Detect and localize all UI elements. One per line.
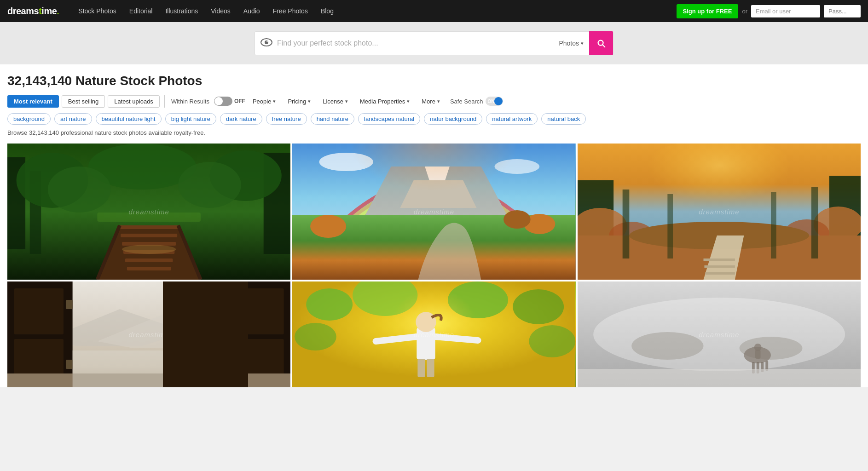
svg-point-20: [48, 167, 111, 213]
tags-row: background art nature beautiful nature l…: [7, 113, 861, 125]
svg-rect-45: [703, 258, 735, 261]
nav-stock-photos[interactable]: Stock Photos: [72, 0, 123, 22]
safe-on-text: ON: [487, 99, 494, 104]
svg-rect-80: [427, 359, 434, 377]
photo-gray-image: dreamstime: [578, 281, 861, 387]
more-chevron: ▾: [437, 98, 440, 104]
photo-door-image: dreamstime: [7, 281, 290, 387]
people-chevron: ▾: [273, 98, 276, 104]
svg-point-29: [310, 215, 346, 238]
photo-child-image: dreamstime: [292, 281, 575, 387]
svg-line-77: [435, 337, 478, 340]
tag-landscapes-natural[interactable]: landscapes natural: [358, 113, 420, 125]
photo-misty[interactable]: dreamstime: [578, 281, 861, 387]
photo-door-view[interactable]: dreamstime: [7, 281, 290, 387]
eye-icon: [260, 38, 272, 49]
svg-rect-48: [622, 190, 629, 258]
svg-rect-57: [14, 288, 64, 334]
nav-illustrations[interactable]: Illustrations: [159, 0, 204, 22]
tag-free-nature[interactable]: free nature: [266, 113, 307, 125]
safe-search-wrap: Safe Search ON: [450, 97, 503, 106]
svg-point-72: [295, 323, 336, 350]
toggle-track[interactable]: [214, 97, 232, 106]
svg-marker-26: [400, 180, 477, 208]
search-button[interactable]: [589, 31, 613, 55]
toggle-label: OFF: [234, 98, 245, 104]
svg-rect-47: [705, 272, 735, 275]
browse-text: Browse 32,143,140 professional nature st…: [7, 129, 861, 136]
svg-point-32: [319, 153, 373, 171]
svg-rect-46: [704, 265, 735, 268]
svg-rect-49: [667, 194, 673, 258]
svg-rect-79: [418, 359, 425, 377]
pricing-dropdown[interactable]: Pricing ▾: [283, 96, 315, 107]
svg-point-83: [631, 332, 703, 360]
photo-child-nature[interactable]: dreamstime: [292, 281, 575, 387]
svg-point-68: [307, 288, 353, 321]
svg-marker-27: [425, 167, 450, 180]
tag-natural-back[interactable]: natural back: [541, 113, 586, 125]
nav-free-photos[interactable]: Free Photos: [266, 0, 314, 22]
filters-row: Most relevant Best selling Latest upload…: [7, 95, 861, 108]
safe-knob: [494, 97, 503, 105]
nav-editorial[interactable]: Editorial: [123, 0, 159, 22]
tag-natural-artwork[interactable]: natural artwork: [486, 113, 538, 125]
latest-uploads-button[interactable]: Latest uploads: [108, 95, 160, 108]
photo-forest-image: dreamstime: [7, 144, 290, 280]
tag-hand-nature[interactable]: hand nature: [311, 113, 354, 125]
svg-point-78: [416, 312, 436, 332]
within-results-toggle[interactable]: OFF: [214, 97, 245, 106]
tag-art-nature[interactable]: art nature: [54, 113, 92, 125]
password-input[interactable]: [824, 5, 861, 17]
tag-big-light-nature[interactable]: big light nature: [165, 113, 216, 125]
main-content: 32,143,140 Nature Stock Photos Most rele…: [0, 64, 868, 387]
most-relevant-button[interactable]: Most relevant: [7, 95, 59, 108]
people-dropdown[interactable]: People ▾: [248, 96, 280, 107]
svg-rect-66: [73, 350, 226, 387]
nav-videos[interactable]: Videos: [204, 0, 237, 22]
svg-rect-62: [66, 360, 73, 369]
safe-search-label: Safe Search: [450, 98, 483, 105]
svg-rect-61: [66, 300, 73, 309]
signup-button[interactable]: Sign up for FREE: [677, 4, 739, 18]
photo-forest-bridge[interactable]: dreamstime: [7, 144, 290, 280]
more-dropdown[interactable]: More ▾: [417, 96, 445, 107]
search-type-label: Photos: [559, 40, 579, 47]
media-properties-dropdown[interactable]: Media Properties ▾: [355, 96, 414, 107]
within-results-label: Within Results: [171, 98, 209, 105]
svg-rect-64: [226, 360, 232, 369]
safe-search-toggle[interactable]: ON: [486, 97, 503, 106]
tag-beautiful-nature-light[interactable]: beautiful nature light: [96, 113, 162, 125]
nav-right: Sign up for FREE or: [677, 4, 861, 18]
photo-mountain-rainbow[interactable]: dreamstime: [292, 144, 575, 280]
svg-point-1: [265, 40, 268, 44]
nav-or-text: or: [742, 8, 747, 15]
navbar: dreamstime. Stock Photos Editorial Illus…: [0, 0, 868, 22]
page-title: 32,143,140 Nature Stock Photos: [7, 74, 861, 88]
svg-rect-92: [578, 369, 861, 387]
license-chevron: ▾: [345, 98, 348, 104]
search-type-dropdown[interactable]: Photos ▾: [553, 40, 589, 47]
email-input[interactable]: [751, 5, 820, 17]
svg-rect-22: [97, 213, 201, 222]
svg-point-71: [513, 289, 564, 324]
tag-background[interactable]: background: [7, 113, 51, 125]
svg-line-76: [376, 337, 417, 341]
svg-rect-12: [125, 258, 173, 262]
search-input[interactable]: [277, 39, 553, 47]
nav-blog[interactable]: Blog: [314, 0, 340, 22]
nav-audio[interactable]: Audio: [237, 0, 266, 22]
tag-natur-background[interactable]: natur background: [424, 113, 482, 125]
logo[interactable]: dreamstime.: [7, 6, 59, 17]
svg-rect-9: [121, 234, 177, 237]
best-selling-button[interactable]: Best selling: [62, 95, 105, 108]
svg-point-31: [503, 210, 531, 229]
svg-rect-8: [120, 225, 178, 229]
tag-dark-nature[interactable]: dark nature: [220, 113, 262, 125]
search-section: Photos ▾: [0, 22, 868, 64]
svg-point-73: [529, 325, 576, 357]
license-dropdown[interactable]: License ▾: [318, 96, 353, 107]
photo-autumn-path[interactable]: dreamstime: [578, 144, 861, 280]
photo-grid-top: dreamstime: [7, 144, 861, 280]
svg-rect-75: [417, 327, 435, 360]
